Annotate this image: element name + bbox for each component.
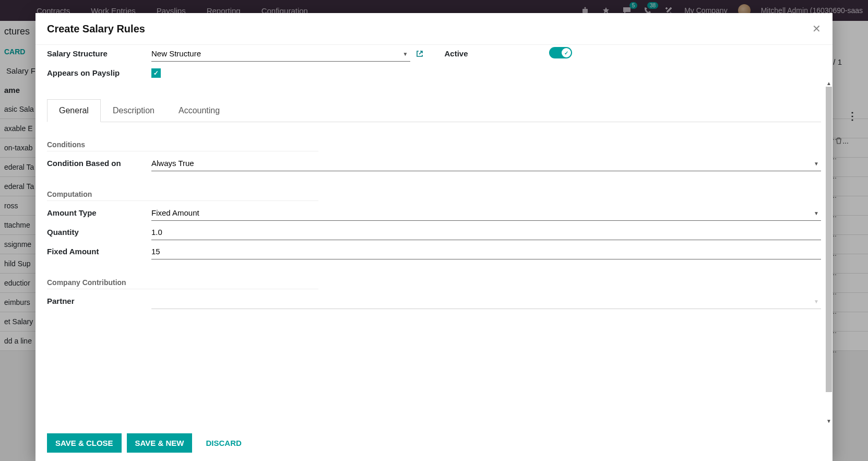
section-conditions: Conditions (47, 140, 318, 151)
tab-description[interactable]: Description (101, 99, 167, 122)
close-button[interactable]: ✕ (812, 22, 821, 35)
appears-on-payslip-checkbox[interactable]: ✓ (151, 68, 161, 78)
section-computation: Computation (47, 190, 318, 201)
active-label: Active (445, 45, 549, 62)
partner-select[interactable] (151, 293, 821, 309)
tabs: General Description Accounting (47, 99, 821, 122)
discard-button[interactable]: DISCARD (197, 433, 249, 453)
scrollbar[interactable]: ▲ ▼ (825, 87, 833, 425)
tab-accounting[interactable]: Accounting (167, 99, 232, 122)
active-toggle[interactable]: ✓ (549, 47, 572, 58)
condition-based-on-label: Condition Based on (47, 155, 151, 172)
scroll-up-icon[interactable]: ▲ (826, 80, 831, 86)
check-icon: ✓ (564, 50, 568, 56)
fixed-amount-label: Fixed Amount (47, 243, 151, 260)
salary-structure-select[interactable] (151, 46, 410, 62)
modal-body: Salary Structure ▼ Appears on Payslip ✓ (35, 45, 833, 425)
quantity-input[interactable] (151, 224, 821, 240)
close-icon: ✕ (812, 23, 821, 34)
modal-header: Create Salary Rules ✕ (35, 13, 833, 45)
amount-type-select[interactable] (151, 205, 821, 221)
create-salary-rules-modal: Create Salary Rules ✕ Salary Structure ▼ (35, 13, 833, 461)
fixed-amount-input[interactable] (151, 244, 821, 259)
scrollbar-thumb[interactable] (826, 87, 832, 392)
save-and-new-button[interactable]: SAVE & NEW (127, 433, 193, 453)
partner-label: Partner (47, 292, 151, 310)
condition-based-on-select[interactable] (151, 156, 821, 171)
appears-on-payslip-label: Appears on Payslip (47, 64, 151, 81)
external-link-icon[interactable] (415, 50, 424, 58)
scroll-down-icon[interactable]: ▼ (826, 418, 831, 424)
modal-footer: SAVE & CLOSE SAVE & NEW DISCARD (35, 425, 833, 461)
amount-type-label: Amount Type (47, 204, 151, 221)
save-and-close-button[interactable]: SAVE & CLOSE (47, 433, 122, 453)
modal-title: Create Salary Rules (47, 23, 145, 35)
tab-general[interactable]: General (47, 99, 101, 122)
section-company-contribution: Company Contribution (47, 278, 318, 289)
quantity-label: Quantity (47, 223, 151, 241)
salary-structure-label: Salary Structure (47, 45, 151, 62)
